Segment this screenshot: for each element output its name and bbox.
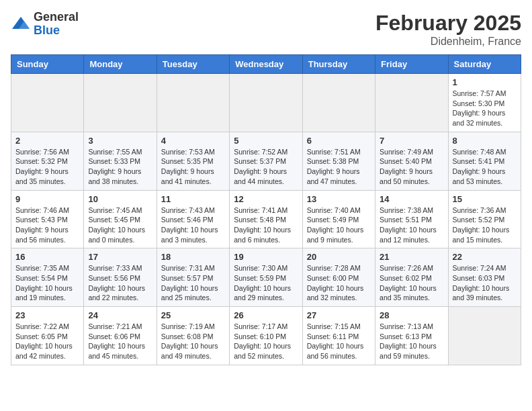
day-info: Sunrise: 7:26 AM Sunset: 6:02 PM Dayligh…: [380, 263, 443, 303]
day-number: 15: [453, 194, 517, 204]
logo-blue: Blue: [34, 24, 79, 38]
calendar-day-header: Tuesday: [157, 55, 229, 74]
title-block: February 2025 Didenheim, France: [375, 11, 521, 48]
day-info: Sunrise: 7:43 AM Sunset: 5:46 PM Dayligh…: [161, 205, 225, 245]
calendar-day-header: Friday: [375, 55, 448, 74]
day-info: Sunrise: 7:57 AM Sunset: 5:30 PM Dayligh…: [453, 89, 517, 128]
day-number: 25: [161, 310, 225, 320]
day-info: Sunrise: 7:45 AM Sunset: 5:45 PM Dayligh…: [88, 205, 152, 245]
calendar-cell: [302, 74, 375, 132]
calendar-cell: 2Sunrise: 7:56 AM Sunset: 5:32 PM Daylig…: [11, 132, 84, 190]
calendar-cell: 7Sunrise: 7:49 AM Sunset: 5:40 PM Daylig…: [375, 132, 448, 190]
day-number: 22: [453, 252, 517, 262]
day-info: Sunrise: 7:53 AM Sunset: 5:35 PM Dayligh…: [161, 147, 225, 187]
calendar-cell: 3Sunrise: 7:55 AM Sunset: 5:33 PM Daylig…: [84, 132, 157, 190]
day-info: Sunrise: 7:52 AM Sunset: 5:37 PM Dayligh…: [234, 147, 298, 187]
calendar-day-header: Thursday: [302, 55, 375, 74]
day-info: Sunrise: 7:17 AM Sunset: 6:10 PM Dayligh…: [234, 322, 298, 361]
day-info: Sunrise: 7:51 AM Sunset: 5:38 PM Dayligh…: [307, 147, 371, 187]
calendar-cell: 17Sunrise: 7:33 AM Sunset: 5:56 PM Dayli…: [84, 248, 157, 307]
day-info: Sunrise: 7:21 AM Sunset: 6:06 PM Dayligh…: [88, 322, 152, 361]
day-number: 1: [453, 77, 517, 87]
calendar-cell: [11, 74, 84, 132]
day-number: 13: [307, 194, 371, 204]
day-number: 4: [161, 136, 225, 146]
day-number: 19: [234, 252, 298, 262]
day-number: 20: [307, 252, 371, 262]
logo: General Blue: [11, 11, 79, 38]
day-info: Sunrise: 7:41 AM Sunset: 5:48 PM Dayligh…: [234, 205, 298, 245]
day-number: 17: [88, 252, 152, 262]
calendar-cell: 12Sunrise: 7:41 AM Sunset: 5:48 PM Dayli…: [230, 190, 302, 248]
logo-general: General: [34, 11, 79, 24]
day-info: Sunrise: 7:56 AM Sunset: 5:32 PM Dayligh…: [15, 147, 79, 187]
calendar-cell: 4Sunrise: 7:53 AM Sunset: 5:35 PM Daylig…: [157, 132, 229, 190]
calendar-cell: 10Sunrise: 7:45 AM Sunset: 5:45 PM Dayli…: [84, 190, 157, 248]
day-number: 24: [88, 310, 152, 320]
calendar-cell: 14Sunrise: 7:38 AM Sunset: 5:51 PM Dayli…: [375, 190, 448, 248]
day-number: 26: [234, 310, 298, 320]
calendar-cell: 1Sunrise: 7:57 AM Sunset: 5:30 PM Daylig…: [448, 74, 521, 132]
day-info: Sunrise: 7:30 AM Sunset: 5:59 PM Dayligh…: [234, 263, 298, 303]
calendar-day-header: Monday: [84, 55, 157, 74]
day-number: 27: [307, 310, 371, 320]
day-info: Sunrise: 7:31 AM Sunset: 5:57 PM Dayligh…: [161, 263, 225, 303]
day-number: 5: [234, 136, 298, 146]
day-info: Sunrise: 7:49 AM Sunset: 5:40 PM Dayligh…: [380, 147, 443, 187]
calendar-day-header: Sunday: [11, 55, 84, 74]
calendar-cell: 25Sunrise: 7:19 AM Sunset: 6:08 PM Dayli…: [157, 307, 229, 365]
day-number: 7: [380, 136, 443, 146]
calendar-day-header: Saturday: [448, 55, 521, 74]
calendar-cell: 27Sunrise: 7:15 AM Sunset: 6:11 PM Dayli…: [302, 307, 375, 365]
day-info: Sunrise: 7:36 AM Sunset: 5:52 PM Dayligh…: [453, 205, 517, 245]
calendar-cell: [230, 74, 302, 132]
calendar-cell: 24Sunrise: 7:21 AM Sunset: 6:06 PM Dayli…: [84, 307, 157, 365]
calendar-cell: 9Sunrise: 7:46 AM Sunset: 5:43 PM Daylig…: [11, 190, 84, 248]
calendar-cell: 18Sunrise: 7:31 AM Sunset: 5:57 PM Dayli…: [157, 248, 229, 307]
calendar-cell: 20Sunrise: 7:28 AM Sunset: 6:00 PM Dayli…: [302, 248, 375, 307]
day-info: Sunrise: 7:46 AM Sunset: 5:43 PM Dayligh…: [15, 205, 79, 245]
location: Didenheim, France: [375, 36, 521, 48]
day-number: 10: [88, 194, 152, 204]
day-info: Sunrise: 7:28 AM Sunset: 6:00 PM Dayligh…: [307, 263, 371, 303]
day-number: 8: [453, 136, 517, 146]
day-number: 14: [380, 194, 443, 204]
day-number: 3: [88, 136, 152, 146]
day-number: 21: [380, 252, 443, 262]
calendar-cell: 13Sunrise: 7:40 AM Sunset: 5:49 PM Dayli…: [302, 190, 375, 248]
calendar-cell: 22Sunrise: 7:24 AM Sunset: 6:03 PM Dayli…: [448, 248, 521, 307]
logo-text: General Blue: [34, 11, 79, 38]
day-info: Sunrise: 7:24 AM Sunset: 6:03 PM Dayligh…: [453, 263, 517, 303]
day-info: Sunrise: 7:22 AM Sunset: 6:05 PM Dayligh…: [15, 322, 79, 361]
calendar-cell: [84, 74, 157, 132]
day-number: 18: [161, 252, 225, 262]
calendar-cell: 19Sunrise: 7:30 AM Sunset: 5:59 PM Dayli…: [230, 248, 302, 307]
day-number: 16: [15, 252, 79, 262]
day-number: 2: [15, 136, 79, 146]
calendar-cell: [375, 74, 448, 132]
logo-icon: [11, 14, 31, 34]
day-info: Sunrise: 7:13 AM Sunset: 6:13 PM Dayligh…: [380, 322, 443, 361]
calendar-day-header: Wednesday: [230, 55, 302, 74]
calendar-week-row: 23Sunrise: 7:22 AM Sunset: 6:05 PM Dayli…: [11, 307, 521, 365]
calendar-cell: 11Sunrise: 7:43 AM Sunset: 5:46 PM Dayli…: [157, 190, 229, 248]
calendar-cell: [157, 74, 229, 132]
day-number: 9: [15, 194, 79, 204]
day-number: 12: [234, 194, 298, 204]
calendar-week-row: 1Sunrise: 7:57 AM Sunset: 5:30 PM Daylig…: [11, 74, 521, 132]
day-number: 28: [380, 310, 443, 320]
month-title: February 2025: [375, 11, 521, 36]
day-info: Sunrise: 7:33 AM Sunset: 5:56 PM Dayligh…: [88, 263, 152, 303]
calendar-header-row: SundayMondayTuesdayWednesdayThursdayFrid…: [11, 55, 521, 74]
calendar-cell: 16Sunrise: 7:35 AM Sunset: 5:54 PM Dayli…: [11, 248, 84, 307]
day-info: Sunrise: 7:35 AM Sunset: 5:54 PM Dayligh…: [15, 263, 79, 303]
calendar-week-row: 16Sunrise: 7:35 AM Sunset: 5:54 PM Dayli…: [11, 248, 521, 307]
calendar-cell: 21Sunrise: 7:26 AM Sunset: 6:02 PM Dayli…: [375, 248, 448, 307]
calendar-cell: 23Sunrise: 7:22 AM Sunset: 6:05 PM Dayli…: [11, 307, 84, 365]
day-info: Sunrise: 7:40 AM Sunset: 5:49 PM Dayligh…: [307, 205, 371, 245]
calendar-cell: [448, 307, 521, 365]
calendar-cell: 15Sunrise: 7:36 AM Sunset: 5:52 PM Dayli…: [448, 190, 521, 248]
calendar-table: SundayMondayTuesdayWednesdayThursdayFrid…: [11, 54, 521, 365]
calendar-week-row: 2Sunrise: 7:56 AM Sunset: 5:32 PM Daylig…: [11, 132, 521, 190]
calendar-week-row: 9Sunrise: 7:46 AM Sunset: 5:43 PM Daylig…: [11, 190, 521, 248]
